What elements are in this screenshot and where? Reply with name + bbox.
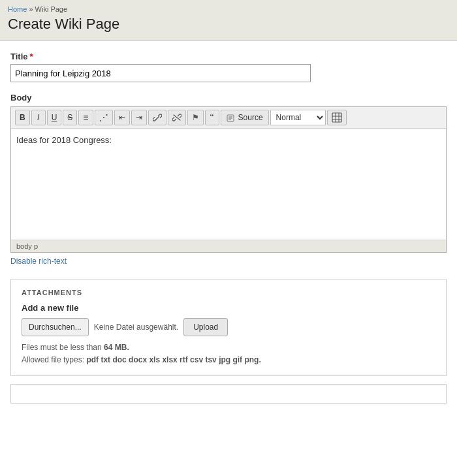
breadcrumb-current: Wiki Page [35, 5, 68, 13]
title-field-group: Title * [10, 52, 447, 82]
upload-button[interactable]: Upload [183, 318, 228, 336]
strikethrough-button[interactable]: S [63, 110, 77, 125]
indent-button[interactable]: ⇥ [131, 110, 147, 125]
blockquote-button[interactable]: “ [205, 110, 219, 125]
attachments-section: ATTACHMENTS Add a new file Durchsuchen..… [10, 279, 447, 376]
editor-toolbar: B I U S ≡ ⋰ ⇤ ⇥ [11, 107, 446, 129]
unlink-button[interactable] [168, 110, 186, 125]
breadcrumb: Home » Wiki Page [8, 5, 449, 13]
file-upload-row: Durchsuchen... Keine Datei ausgewählt. U… [22, 318, 435, 336]
page-title: Create Wiki Page [8, 16, 449, 33]
format-select[interactable]: Normal Heading 1 Heading 2 Heading 3 Hea… [270, 110, 326, 125]
body-label: Body [10, 93, 447, 103]
breadcrumb-home-link[interactable]: Home [8, 5, 27, 13]
breadcrumb-separator: » [27, 5, 35, 13]
page-header: Home » Wiki Page Create Wiki Page [0, 0, 457, 41]
unordered-list-button[interactable]: ≡ [78, 110, 93, 125]
editor-body[interactable]: Ideas for 2018 Congress: [11, 129, 446, 240]
link-button[interactable] [148, 110, 166, 125]
disable-richtext-link[interactable]: Disable rich-text [10, 257, 67, 266]
italic-button[interactable]: I [31, 110, 46, 125]
editor-statusbar: body p [11, 240, 446, 252]
no-file-text: Keine Datei ausgewählt. [94, 323, 178, 332]
source-button[interactable]: Source [221, 110, 269, 125]
file-info: Files must be less than 64 MB. Allowed f… [22, 341, 435, 366]
svg-rect-5 [332, 113, 341, 122]
bold-button[interactable]: B [15, 110, 30, 125]
attachments-title: ATTACHMENTS [22, 289, 435, 296]
browse-button[interactable]: Durchsuchen... [22, 318, 89, 336]
main-content: Title * Body B I U S ≡ ⋰ ⇤ ⇥ [0, 41, 457, 414]
file-types: pdf txt doc docx xls xlsx rtf csv tsv jp… [86, 355, 260, 364]
table-button[interactable] [327, 110, 347, 125]
required-indicator: * [30, 52, 33, 61]
outdent-button[interactable]: ⇤ [114, 110, 130, 125]
source-label: Source [238, 113, 263, 122]
title-label: Title * [10, 52, 447, 61]
body-section: Body B I U S ≡ ⋰ ⇤ ⇥ [10, 93, 447, 266]
svg-line-0 [174, 115, 180, 120]
add-file-label: Add a new file [22, 303, 435, 313]
underline-button[interactable]: U [47, 110, 62, 125]
ordered-list-button[interactable]: ⋰ [95, 110, 113, 125]
flag-button[interactable]: ⚑ [187, 110, 204, 125]
title-input[interactable] [10, 64, 311, 82]
file-size: 64 MB. [104, 343, 129, 352]
editor-container: B I U S ≡ ⋰ ⇤ ⇥ [10, 106, 447, 253]
bottom-section [10, 384, 447, 404]
